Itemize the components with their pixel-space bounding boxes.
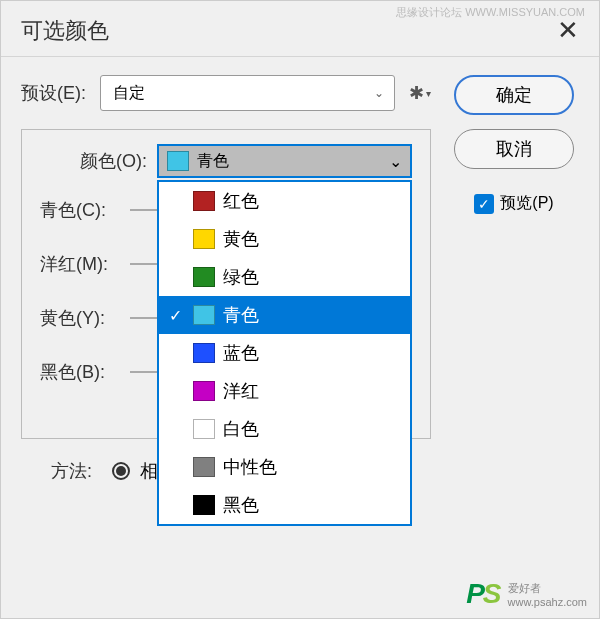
color-group: 颜色(O): 青色 ⌄ ✓ 红色 ✓ xyxy=(21,129,431,439)
check-icon: ✓ xyxy=(169,458,193,477)
watermark-text: 爱好者 www.psahz.com xyxy=(508,581,587,608)
check-icon: ✓ xyxy=(169,420,193,439)
option-label: 蓝色 xyxy=(223,341,259,365)
color-option-yellow[interactable]: ✓ 黄色 xyxy=(159,220,410,258)
color-dropdown[interactable]: 青色 ⌄ ✓ 红色 ✓ 黄色 xyxy=(157,144,412,178)
check-icon: ✓ xyxy=(169,230,193,249)
option-label: 黑色 xyxy=(223,493,259,517)
watermark-name: 爱好者 xyxy=(508,581,587,596)
dialog-content: 预设(E): 自定 ⌄ ✱ 颜色(O): 青色 ⌄ ✓ xyxy=(1,57,599,501)
preview-checkbox[interactable]: ✓ xyxy=(474,194,494,214)
swatch-icon xyxy=(193,495,215,515)
preset-value: 自定 xyxy=(113,83,145,104)
check-icon: ✓ xyxy=(169,382,193,401)
option-label: 红色 xyxy=(223,189,259,213)
selected-swatch xyxy=(167,151,189,171)
preview-row[interactable]: ✓ 预览(P) xyxy=(474,193,553,214)
check-icon: ✓ xyxy=(169,344,193,363)
watermark-bottom: P S 爱好者 www.psahz.com xyxy=(466,578,587,610)
selected-color-label: 青色 xyxy=(197,151,229,172)
check-icon: ✓ xyxy=(169,306,193,325)
radio-icon xyxy=(112,462,130,480)
right-column: 确定 取消 ✓ 预览(P) xyxy=(449,75,579,483)
preset-row: 预设(E): 自定 ⌄ ✱ xyxy=(21,75,431,111)
check-icon: ✓ xyxy=(169,268,193,287)
slider-label: 洋红(M): xyxy=(40,252,130,276)
selective-color-dialog: 思缘设计论坛 WWW.MISSYUAN.COM 可选颜色 ✕ 预设(E): 自定… xyxy=(0,0,600,619)
chevron-down-icon: ⌄ xyxy=(374,86,384,100)
swatch-icon xyxy=(193,343,215,363)
swatch-icon xyxy=(193,191,215,211)
preview-label: 预览(P) xyxy=(500,193,553,214)
watermark-top: 思缘设计论坛 WWW.MISSYUAN.COM xyxy=(396,5,585,20)
swatch-icon xyxy=(193,457,215,477)
preset-label: 预设(E): xyxy=(21,81,86,105)
color-option-magenta[interactable]: ✓ 洋红 xyxy=(159,372,410,410)
swatch-icon xyxy=(193,305,215,325)
ok-button[interactable]: 确定 xyxy=(454,75,574,115)
option-label: 青色 xyxy=(223,303,259,327)
color-option-red[interactable]: ✓ 红色 xyxy=(159,182,410,220)
slider-label: 黄色(Y): xyxy=(40,306,130,330)
swatch-icon xyxy=(193,419,215,439)
color-row: 颜色(O): 青色 ⌄ ✓ 红色 ✓ xyxy=(80,144,412,178)
color-option-blue[interactable]: ✓ 蓝色 xyxy=(159,334,410,372)
color-dropdown-list: ✓ 红色 ✓ 黄色 ✓ xyxy=(157,180,412,526)
slider-label: 黑色(B): xyxy=(40,360,130,384)
preset-dropdown[interactable]: 自定 ⌄ xyxy=(100,75,395,111)
dialog-title: 可选颜色 xyxy=(21,16,109,46)
left-column: 预设(E): 自定 ⌄ ✱ 颜色(O): 青色 ⌄ ✓ xyxy=(21,75,431,483)
swatch-icon xyxy=(193,381,215,401)
color-option-white[interactable]: ✓ 白色 xyxy=(159,410,410,448)
logo-s: S xyxy=(483,578,502,610)
option-label: 白色 xyxy=(223,417,259,441)
gear-icon[interactable]: ✱ xyxy=(409,82,431,104)
check-icon: ✓ xyxy=(169,192,193,211)
color-option-neutral[interactable]: ✓ 中性色 xyxy=(159,448,410,486)
method-label: 方法: xyxy=(51,459,92,483)
color-option-black[interactable]: ✓ 黑色 xyxy=(159,486,410,524)
color-label: 颜色(O): xyxy=(80,149,147,173)
option-label: 中性色 xyxy=(223,455,277,479)
swatch-icon xyxy=(193,267,215,287)
option-label: 黄色 xyxy=(223,227,259,251)
check-icon: ✓ xyxy=(169,496,193,515)
color-option-green[interactable]: ✓ 绿色 xyxy=(159,258,410,296)
slider-label: 青色(C): xyxy=(40,198,130,222)
cancel-button[interactable]: 取消 xyxy=(454,129,574,169)
chevron-down-icon: ⌄ xyxy=(389,152,402,171)
option-label: 绿色 xyxy=(223,265,259,289)
swatch-icon xyxy=(193,229,215,249)
watermark-url: www.psahz.com xyxy=(508,596,587,608)
color-option-cyan[interactable]: ✓ 青色 xyxy=(159,296,410,334)
option-label: 洋红 xyxy=(223,379,259,403)
